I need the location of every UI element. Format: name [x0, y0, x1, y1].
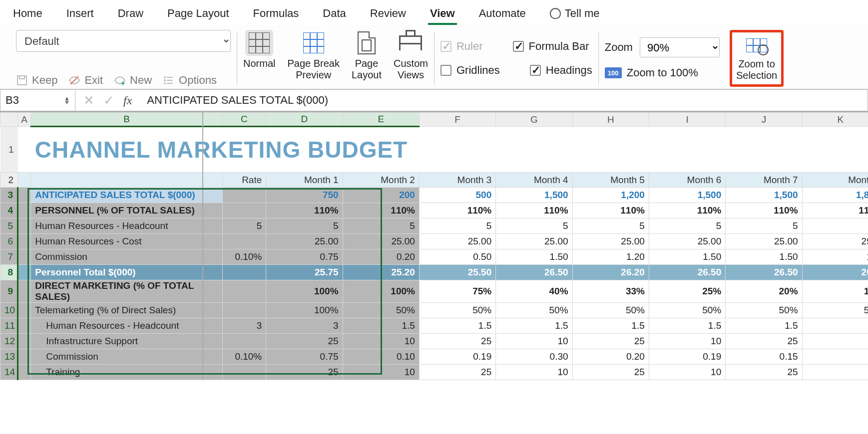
row-4[interactable]: 4 PERSONNEL (% OF TOTAL SALES) 110%110% …	[0, 203, 868, 218]
col-J[interactable]: J	[726, 113, 802, 127]
row-1[interactable]: 1 CHANNEL MARKETING BUDGET	[0, 127, 868, 173]
tab-pagelayout[interactable]: Page Layout	[165, 4, 231, 25]
workbook-views-group: Normal Page Break Preview Page Layout Cu…	[237, 30, 434, 87]
worksheet[interactable]: A B C D E F G H I J K 1 CHANNEL MARKETIN…	[0, 111, 868, 380]
sheet-views-group: Default Keep Exit New Options	[10, 30, 237, 87]
tell-me[interactable]: Tell me	[548, 4, 602, 25]
save-icon	[16, 74, 28, 86]
row-12[interactable]: 12 Infrastructure Support 2510 2510 2510…	[0, 334, 868, 349]
formula-bar: B3 ▲▼ ✕ ✓ fx ANTICIPATED SALES TOTAL $(0…	[0, 89, 868, 111]
zoom-100-icon: 100	[605, 67, 622, 78]
sheet-title: CHANNEL MARKETING BUDGET	[35, 137, 408, 163]
col-B[interactable]: B	[31, 113, 222, 127]
formula-input[interactable]: ANTICIPATED SALES TOTAL $(000)	[140, 94, 868, 107]
zoom-to-selection-button[interactable]: Zoom to Selection	[732, 32, 781, 84]
page-icon	[358, 31, 376, 54]
row-5[interactable]: 5 Human Resources - Headcount 555 55 55 …	[0, 218, 868, 234]
svg-rect-0	[17, 76, 26, 85]
zoom-100-button[interactable]: 100 Zoom to 100%	[605, 66, 720, 79]
col-A[interactable]: A	[18, 113, 31, 127]
page-layout-button[interactable]: Page Layout	[352, 30, 382, 81]
custom-views-icon	[399, 35, 422, 50]
checkbox-icon	[530, 65, 541, 76]
row-3[interactable]: 3 ANTICIPATED SALES TOTAL $(000) 750200 …	[0, 188, 868, 203]
tab-data[interactable]: Data	[321, 4, 348, 25]
cancel-icon[interactable]: ✕	[83, 93, 94, 108]
ribbon: Default Keep Exit New Options Normal Pag…	[0, 25, 868, 89]
options-button[interactable]: Options	[163, 74, 217, 87]
col-D[interactable]: D	[266, 113, 343, 127]
new-button[interactable]: New	[114, 74, 152, 87]
page-break-preview-button[interactable]: Page Break Preview	[287, 30, 340, 81]
tab-draw[interactable]: Draw	[116, 4, 145, 25]
row-11[interactable]: 11 Human Resources - Headcount 331.5 1.5…	[0, 318, 868, 334]
checkbox-icon	[440, 41, 451, 52]
ribbon-tabs: Home Insert Draw Page Layout Formulas Da…	[0, 0, 868, 25]
col-K[interactable]: K	[802, 113, 868, 127]
spinner-icon[interactable]: ▲▼	[64, 96, 70, 105]
row-13[interactable]: 13 Commission 0.10%0.750.10 0.190.30 0.2…	[0, 349, 868, 365]
show-group: Ruler Formula Bar Gridlines Headings	[434, 30, 598, 87]
normal-view-button[interactable]: Normal	[243, 30, 275, 81]
zoom-to-selection-highlight: Zoom to Selection	[730, 30, 784, 87]
custom-views-button[interactable]: Custom Views	[394, 30, 428, 81]
row-2[interactable]: 2 Rate Month 1Month 2Month 3 Month 4Mont…	[0, 173, 868, 188]
eye-new-icon	[114, 74, 126, 86]
bulb-icon	[550, 8, 561, 19]
zoom-label: Zoom	[605, 41, 633, 54]
sheet-view-select[interactable]: Default	[16, 30, 231, 52]
grid-icon	[249, 32, 270, 53]
zoom-group: Zoom 90% 100 Zoom to 100%	[599, 30, 726, 87]
col-G[interactable]: G	[496, 113, 572, 127]
row-9[interactable]: 9 DIRECT MARKETING (% OF TOTAL SALES) 10…	[0, 280, 868, 303]
headings-checkbox[interactable]: Headings	[530, 64, 592, 77]
row-8[interactable]: 8 Personnel Total $(000) 25.7525.20 25.5…	[0, 265, 868, 280]
zoom-selection-icon	[746, 38, 767, 52]
tab-automate[interactable]: Automate	[477, 4, 528, 25]
col-C[interactable]: C	[222, 113, 266, 127]
accept-icon[interactable]: ✓	[103, 93, 114, 108]
tab-insert[interactable]: Insert	[64, 4, 96, 25]
zoom-select[interactable]: 90%	[640, 37, 720, 57]
row-14[interactable]: 14 Training 2510 2510 2510 25	[0, 365, 868, 380]
col-E[interactable]: E	[343, 113, 419, 127]
checkbox-icon	[440, 65, 451, 76]
tab-home[interactable]: Home	[11, 4, 44, 25]
exit-button[interactable]: Exit	[68, 74, 103, 87]
fx-icon[interactable]: fx	[123, 94, 132, 107]
col-F[interactable]: F	[419, 113, 495, 127]
tell-me-label: Tell me	[565, 7, 600, 20]
col-H[interactable]: H	[572, 113, 649, 127]
row-6[interactable]: 6 Human Resources - Cost 25.0025.00 25.0…	[0, 234, 868, 249]
gridlines-checkbox[interactable]: Gridlines	[440, 64, 500, 77]
tab-view[interactable]: View	[428, 4, 457, 25]
list-icon	[163, 74, 175, 86]
tab-review[interactable]: Review	[368, 4, 408, 25]
row-7[interactable]: 7 Commission 0.10%0.750.20 0.501.50 1.20…	[0, 249, 868, 265]
keep-button[interactable]: Keep	[16, 74, 57, 87]
tab-formulas[interactable]: Formulas	[251, 4, 301, 25]
svg-point-8	[164, 77, 165, 78]
col-I[interactable]: I	[649, 113, 725, 127]
page-break-icon	[303, 32, 324, 53]
column-headers[interactable]: A B C D E F G H I J K	[0, 113, 868, 127]
ruler-checkbox[interactable]: Ruler	[440, 40, 483, 53]
formula-bar-checkbox[interactable]: Formula Bar	[513, 40, 589, 53]
svg-point-10	[164, 83, 165, 84]
row-10[interactable]: 10 Telemarketing (% of Direct Sales) 100…	[0, 303, 868, 318]
checkbox-icon	[513, 41, 524, 52]
svg-point-9	[164, 80, 165, 81]
eye-exit-icon	[68, 74, 80, 86]
name-box[interactable]: B3 ▲▼	[0, 90, 75, 111]
svg-rect-1	[19, 76, 24, 79]
